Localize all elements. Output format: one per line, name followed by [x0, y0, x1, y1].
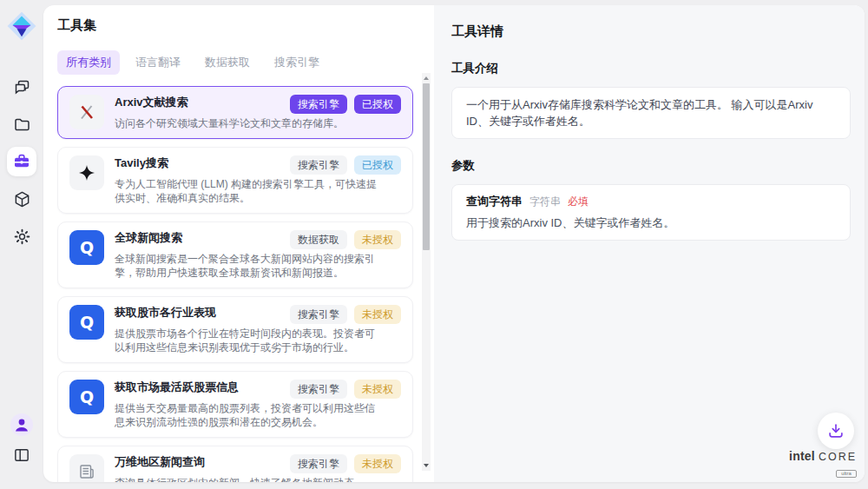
panel-toggle-icon	[13, 446, 30, 464]
tool-description: 访问各个研究领域大量科学论文和文章的存储库。	[115, 116, 377, 130]
intro-box: 一个用于从Arxiv存储库搜索科学论文和文章的工具。 输入可以是Arxiv ID…	[451, 87, 851, 139]
scroll-down-arrow-icon[interactable]	[424, 464, 429, 467]
blue-search-icon: Q	[69, 230, 104, 265]
param-type: 字符串	[529, 195, 561, 209]
arxiv-logo-icon	[69, 95, 104, 129]
param-box: 查询字符串 字符串 必填 用于搜索的Arxiv ID、关键字或作者姓名。	[451, 184, 851, 241]
category-badge: 搜索引擎	[290, 380, 347, 399]
tool-name: 全球新闻搜索	[115, 230, 182, 245]
page-title: 工具集	[57, 17, 420, 34]
auth-status-badge: 未授权	[354, 230, 401, 249]
intro-text: 一个用于从Arxiv存储库搜索科学论文和文章的工具。 输入可以是Arxiv ID…	[466, 96, 836, 129]
user-avatar[interactable]	[10, 413, 33, 436]
download-icon	[826, 421, 845, 440]
param-name: 查询字符串	[466, 194, 523, 209]
toolbox-icon	[12, 152, 31, 171]
main-panel: 工具集 所有类别 语言翻译 数据获取 搜索引擎 Arxiv文献搜索	[43, 5, 865, 482]
tool-name: Arxiv文献搜索	[115, 95, 188, 109]
user-icon	[10, 413, 33, 436]
download-button[interactable]	[818, 413, 854, 449]
auth-status-badge: 未授权	[354, 454, 401, 473]
auth-status-badge: 未授权	[354, 305, 401, 324]
auth-status-badge: 已授权	[354, 155, 401, 175]
category-badge: 搜索引擎	[290, 95, 347, 114]
category-badge: 搜索引擎	[290, 155, 347, 175]
sidebar-item-files[interactable]	[7, 109, 36, 139]
tool-description: 专为人工智能代理 (LLM) 构建的搜索引擎工具，可快速提供实时、准确和真实的结…	[115, 177, 377, 205]
tool-description: 提供当天交易量最高的股票列表，投资者可以利用这些信息来识别流动性强的股票和潜在的…	[115, 401, 377, 429]
tool-card-global-news[interactable]: Q 全球新闻搜索 数据获取 未授权 全球新闻搜索是一个聚合全球各大新闻网站内容的…	[57, 221, 413, 288]
category-badge: 搜索引擎	[290, 305, 347, 324]
tool-description: 全球新闻搜索是一个聚合全球各大新闻网站内容的搜索引擎，帮助用户快速获取全球最新资…	[115, 252, 377, 280]
params-heading: 参数	[451, 158, 851, 174]
brand-ultra-badge: ultra	[836, 470, 857, 478]
list-scrollbar[interactable]	[422, 73, 431, 471]
newspaper-icon	[69, 454, 104, 482]
tab-search-engine[interactable]: 搜索引擎	[266, 50, 328, 75]
gear-icon	[13, 228, 31, 246]
collapse-panel-button[interactable]	[10, 444, 33, 466]
app-logo	[5, 10, 38, 43]
tool-card-regional-news[interactable]: 万维地区新闻查询 搜索引擎 未授权 查询具体行政区划内的新闻，快速了解各地新闻动…	[57, 446, 413, 482]
tool-list: Arxiv文献搜索 搜索引擎 已授权 访问各个研究领域大量科学论文和文章的存储库…	[57, 86, 420, 482]
tool-description: 查询具体行政区划内的新闻，快速了解各地新闻动态。	[115, 476, 377, 482]
chat-icon	[13, 78, 31, 96]
tool-card-arxiv[interactable]: Arxiv文献搜索 搜索引擎 已授权 访问各个研究领域大量科学论文和文章的存储库…	[57, 86, 413, 139]
sidebar-rail	[0, 0, 43, 489]
tool-name: 获取市场最活跃股票信息	[115, 380, 239, 394]
sidebar-item-chat[interactable]	[7, 72, 36, 102]
tool-name: 万维地区新闻查询	[115, 454, 205, 469]
category-badge: 搜索引擎	[290, 454, 347, 473]
scrollbar-thumb[interactable]	[423, 83, 430, 250]
tab-data-acquisition[interactable]: 数据获取	[196, 50, 259, 75]
category-badge: 数据获取	[290, 230, 347, 249]
intel-core-logo: intel core ultra	[789, 449, 857, 479]
sidebar-nav	[7, 72, 36, 251]
tool-card-most-active-stocks[interactable]: Q 获取市场最活跃股票信息 搜索引擎 未授权 提供当天交易量最高的股票列表，投资…	[57, 371, 413, 438]
tool-name: 获取股市各行业表现	[115, 305, 216, 320]
brand-intel: intel	[789, 449, 815, 463]
tool-name: Tavily搜索	[115, 155, 168, 170]
blue-search-icon: Q	[69, 305, 104, 340]
blue-search-icon: Q	[69, 380, 104, 414]
param-description: 用于搜索的Arxiv ID、关键字或作者姓名。	[466, 215, 836, 231]
detail-title: 工具详情	[451, 23, 851, 40]
tool-list-panel: 工具集 所有类别 语言翻译 数据获取 搜索引擎 Arxiv文献搜索	[43, 5, 434, 482]
sidebar-bottom	[10, 413, 33, 466]
param-required-badge: 必填	[568, 195, 589, 209]
folder-icon	[13, 116, 31, 134]
tool-card-tavily[interactable]: Tavily搜索 搜索引擎 已授权 专为人工智能代理 (LLM) 构建的搜索引擎…	[57, 147, 413, 214]
sidebar-item-models[interactable]	[7, 184, 36, 214]
auth-status-badge: 未授权	[354, 380, 401, 399]
gem-logo-icon	[5, 10, 38, 43]
brand-core: core	[819, 451, 857, 463]
auth-status-badge: 已授权	[354, 95, 401, 114]
cube-icon	[13, 190, 31, 208]
sidebar-item-tools[interactable]	[7, 147, 36, 176]
tab-all-categories[interactable]: 所有类别	[57, 50, 120, 75]
category-tabs: 所有类别 语言翻译 数据获取 搜索引擎	[57, 50, 420, 75]
tab-language-translation[interactable]: 语言翻译	[127, 50, 189, 75]
scroll-up-arrow-icon[interactable]	[424, 76, 429, 80]
tool-card-sector-performance[interactable]: Q 获取股市各行业表现 搜索引擎 未授权 提供股票市场各个行业在特定时间段内的表…	[57, 296, 413, 363]
tool-detail-panel: 工具详情 工具介绍 一个用于从Arxiv存储库搜索科学论文和文章的工具。 输入可…	[434, 5, 865, 482]
sidebar-item-settings[interactable]	[7, 221, 36, 251]
sparkle-star-icon	[69, 155, 104, 190]
tool-description: 提供股票市场各个行业在特定时间段内的表现。投资者可以利用这些信息来识别表现优于或…	[115, 327, 377, 354]
intro-heading: 工具介绍	[451, 61, 851, 76]
